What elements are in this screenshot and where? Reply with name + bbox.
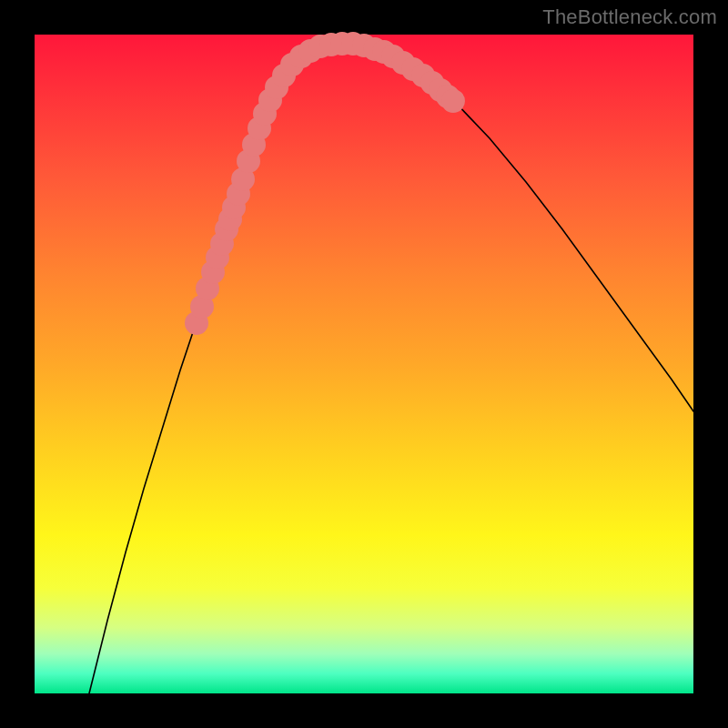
overlay-dot — [238, 174, 249, 186]
chart-frame: TheBottleneck.com — [0, 0, 728, 728]
overlay-dot — [448, 96, 460, 107]
overlay-bottom-segment — [271, 38, 390, 94]
overlay-dot — [243, 156, 255, 167]
chart-svg — [35, 35, 693, 693]
watermark-text: TheBottleneck.com — [542, 5, 717, 29]
overlay-dot — [202, 283, 214, 295]
overlay-right-segment — [388, 51, 460, 107]
main-curve — [89, 44, 693, 693]
overlay-dot — [191, 318, 203, 329]
overlay-dot — [248, 139, 260, 151]
overlay-left-segment — [191, 95, 277, 329]
overlay-dot — [197, 301, 208, 313]
plot-area — [35, 35, 693, 693]
